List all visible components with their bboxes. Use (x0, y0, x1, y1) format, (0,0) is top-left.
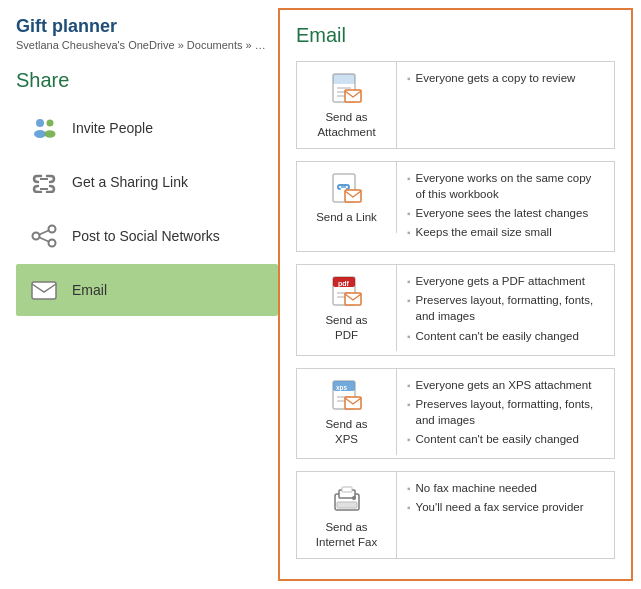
svg-point-3 (45, 130, 56, 138)
sidebar-item-social[interactable]: Post to Social Networks (16, 210, 278, 262)
bullet-item: Keeps the email size small (407, 224, 604, 240)
bullet-item: Preserves layout, formatting, fonts, and… (407, 396, 604, 428)
sidebar-item-sharing-label: Get a Sharing Link (72, 174, 188, 190)
svg-line-9 (40, 231, 49, 235)
sidebar-item-invite-label: Invite People (72, 120, 153, 136)
xps-icon: xps (327, 377, 367, 413)
link-icon (28, 166, 60, 198)
attachment-bullets: Everyone gets a copy to review (397, 62, 614, 97)
bullet-item: You'll need a fax service provider (407, 499, 604, 515)
bullet-item: Everyone gets an XPS attachment (407, 377, 604, 393)
bullet-item: Content can't be easily changed (407, 328, 604, 344)
svg-point-1 (34, 130, 46, 138)
bullet-item: Preserves layout, formatting, fonts, and… (407, 292, 604, 324)
pdf-bullets: Everyone gets a PDF attachment Preserves… (397, 265, 614, 354)
svg-line-10 (40, 238, 49, 242)
pdf-icon: pdf (327, 273, 367, 309)
email-panel: Email Send asAttachment Everyone gets (278, 8, 633, 581)
email-option-xps: xps Send asXPS Everyone gets an XPS atta… (296, 368, 615, 459)
send-as-xps-button[interactable]: xps Send asXPS (297, 369, 397, 455)
svg-point-2 (47, 120, 54, 127)
email-option-pdf: pdf Send asPDF Everyone gets a PDF attac… (296, 264, 615, 355)
sidebar-item-invite[interactable]: Invite People (16, 102, 278, 154)
svg-point-6 (49, 226, 56, 233)
svg-rect-35 (337, 502, 357, 508)
bullet-item: Everyone gets a copy to review (407, 70, 604, 86)
bullet-item: Everyone sees the latest changes (407, 205, 604, 221)
sidebar-item-social-label: Post to Social Networks (72, 228, 220, 244)
bullet-item: Content can't be easily changed (407, 431, 604, 447)
svg-point-8 (49, 240, 56, 247)
xps-bullets: Everyone gets an XPS attachment Preserve… (397, 369, 614, 458)
svg-text:pdf: pdf (338, 280, 350, 288)
svg-point-7 (33, 233, 40, 240)
fax-icon (327, 480, 367, 516)
svg-rect-32 (345, 397, 361, 409)
invite-icon (28, 112, 60, 144)
svg-rect-37 (342, 487, 352, 492)
send-as-fax-button[interactable]: Send asInternet Fax (297, 472, 397, 558)
email-option-link: Send a Link Everyone works on the same c… (296, 161, 615, 252)
fax-label: Send asInternet Fax (316, 520, 377, 550)
fax-bullets: No fax machine needed You'll need a fax … (397, 472, 614, 526)
link-bullets: Everyone works on the same copy of this … (397, 162, 614, 251)
send-a-link-button[interactable]: Send a Link (297, 162, 397, 233)
send-as-attachment-button[interactable]: Send asAttachment (297, 62, 397, 148)
svg-rect-17 (345, 90, 361, 102)
pdf-label: Send asPDF (325, 313, 367, 343)
email-option-attachment: Send asAttachment Everyone gets a copy t… (296, 61, 615, 149)
svg-point-0 (36, 119, 44, 127)
email-panel-heading: Email (296, 24, 615, 47)
breadcrumb: Svetlana Cheusheva's OneDrive » Document… (16, 39, 271, 51)
svg-rect-11 (32, 282, 56, 299)
svg-text:xps: xps (336, 384, 348, 392)
svg-rect-26 (345, 293, 361, 305)
link-label: Send a Link (316, 210, 377, 225)
bullet-item: Everyone gets a PDF attachment (407, 273, 604, 289)
svg-rect-13 (333, 74, 355, 84)
sidebar-item-sharing-link[interactable]: Get a Sharing Link (16, 156, 278, 208)
sidebar-item-email-label: Email (72, 282, 107, 298)
xps-label: Send asXPS (325, 417, 367, 447)
sidebar-item-email[interactable]: Email (16, 264, 278, 316)
email-option-fax: Send asInternet Fax No fax machine neede… (296, 471, 615, 559)
svg-point-36 (352, 496, 356, 500)
social-icon (28, 220, 60, 252)
share-section-title: Share (16, 69, 278, 92)
attachment-icon (327, 70, 367, 106)
bullet-item: No fax machine needed (407, 480, 604, 496)
attachment-label: Send asAttachment (317, 110, 375, 140)
svg-rect-20 (345, 190, 361, 202)
email-nav-icon (28, 274, 60, 306)
send-link-icon (327, 170, 367, 206)
sidebar: Gift planner Svetlana Cheusheva's OneDri… (0, 0, 278, 589)
send-as-pdf-button[interactable]: pdf Send asPDF (297, 265, 397, 351)
bullet-item: Everyone works on the same copy of this … (407, 170, 604, 202)
app-title: Gift planner (16, 16, 278, 37)
